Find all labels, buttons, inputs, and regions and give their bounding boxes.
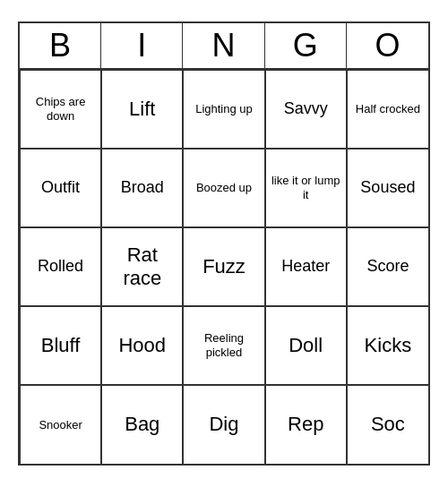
bingo-cell: Soc (347, 385, 428, 464)
bingo-cell: Outfit (20, 149, 101, 227)
header-letter: G (265, 23, 347, 68)
header-letter: I (101, 23, 183, 68)
bingo-card: BINGO Chips are downLiftLighting upSavvy… (18, 21, 430, 466)
header-letter: N (183, 23, 264, 68)
bingo-cell: Savvy (265, 70, 347, 149)
bingo-cell: Snooker (20, 385, 101, 464)
bingo-cell: Rolled (20, 227, 101, 306)
bingo-cell: Score (347, 227, 428, 306)
bingo-cell: Kicks (347, 306, 428, 385)
bingo-cell: Bluff (20, 306, 101, 385)
bingo-header: BINGO (20, 23, 428, 70)
bingo-cell: Rat race (101, 227, 183, 306)
bingo-cell: Reeling pickled (183, 306, 264, 385)
bingo-cell: Heater (265, 227, 347, 306)
bingo-cell: Half crocked (347, 70, 428, 149)
header-letter: B (20, 23, 101, 68)
bingo-cell: Chips are down (20, 70, 101, 149)
bingo-cell: Doll (265, 306, 347, 385)
bingo-cell: Broad (101, 149, 183, 227)
bingo-cell: Fuzz (183, 227, 264, 306)
bingo-cell: Lift (101, 70, 183, 149)
bingo-cell: Rep (265, 385, 347, 464)
bingo-cell: Boozed up (183, 149, 264, 227)
bingo-cell: Lighting up (183, 70, 264, 149)
header-letter: O (347, 23, 428, 68)
bingo-cell: Soused (347, 149, 428, 227)
bingo-cell: like it or lump it (265, 149, 347, 227)
bingo-cell: Hood (101, 306, 183, 385)
bingo-cell: Bag (101, 385, 183, 464)
bingo-cell: Dig (183, 385, 264, 464)
bingo-grid: Chips are downLiftLighting upSavvyHalf c… (20, 70, 428, 464)
